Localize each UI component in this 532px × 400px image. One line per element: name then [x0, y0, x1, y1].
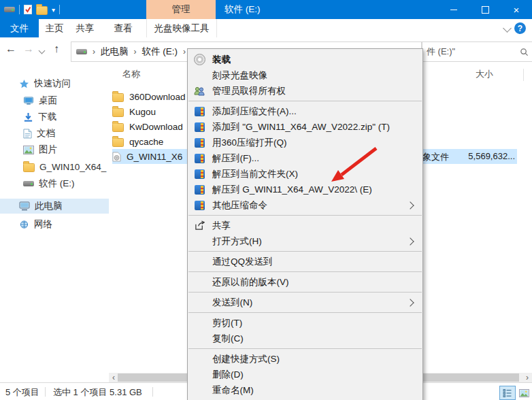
breadcrumb-separator-icon: ›	[129, 47, 142, 56]
window-controls: ×	[438, 0, 532, 19]
menu-item-take-ownership[interactable]: 管理员取得所有权	[188, 83, 422, 99]
menu-separator	[188, 292, 422, 293]
up-button[interactable]: ↑	[54, 43, 59, 55]
help-button[interactable]: ?	[514, 22, 526, 34]
network-icon	[19, 220, 29, 229]
menu-item-extract-to-named-folder[interactable]: 解压到 G_WIN11_X64_AW_V2022\ (E)	[188, 182, 422, 197]
folder-icon	[112, 93, 124, 102]
window-title: 软件 (E:)	[225, 0, 261, 19]
contextual-tab-manage[interactable]: 管理	[146, 0, 216, 19]
ribbon-tab-bar: 文件 主页 共享 查看 光盘映像工具 ?	[0, 19, 532, 38]
zip-archive-icon	[195, 107, 205, 116]
close-icon: ×	[514, 5, 520, 15]
submenu-arrow-icon	[406, 201, 414, 209]
menu-item-cut[interactable]: 剪切(T)	[188, 315, 422, 331]
close-button[interactable]: ×	[501, 0, 532, 19]
title-bar: ▾ 管理 软件 (E:) ×	[0, 0, 532, 19]
column-separator[interactable]	[523, 69, 524, 81]
properties-button[interactable]	[24, 5, 32, 14]
pictures-icon	[23, 146, 34, 154]
thumbnail-view-icon	[519, 389, 529, 397]
menu-item-add-to-named-zip[interactable]: 添加到 "G_WIN11_X64_AW_V2022.zip" (T)	[188, 119, 422, 135]
zip-archive-icon	[195, 169, 205, 179]
file-size-value: 5,569,632...	[435, 151, 515, 161]
disc-image-file-icon	[112, 152, 121, 162]
ribbon-collapse-icon[interactable]	[503, 24, 512, 33]
properties-icon	[24, 5, 32, 14]
toolbar-separator	[59, 5, 60, 14]
recent-locations-icon[interactable]	[39, 48, 46, 54]
zip-archive-icon	[195, 138, 205, 148]
breadcrumb-this-pc[interactable]: 此电脑	[101, 46, 129, 58]
thumbnail-view-button[interactable]	[516, 386, 532, 400]
computer-icon	[19, 201, 30, 211]
zip-archive-icon	[195, 122, 205, 132]
menu-item-mount[interactable]: 装载	[188, 52, 422, 67]
scroll-right-icon[interactable]: ›	[522, 373, 532, 382]
download-icon	[23, 112, 33, 122]
submenu-arrow-icon	[406, 299, 414, 306]
selection-summary: 选中 1 个项目 5.31 GB	[53, 386, 142, 399]
menu-item-send-via-qq[interactable]: 通过QQ发送到	[188, 254, 422, 269]
tab-view[interactable]: 查看	[110, 19, 136, 37]
details-view-button[interactable]	[499, 386, 516, 400]
column-header-size[interactable]: 大小	[476, 68, 493, 80]
search-input[interactable]: 件 (E:)"	[422, 41, 532, 62]
maximize-button[interactable]	[469, 0, 501, 19]
menu-separator	[188, 271, 422, 272]
menu-item-other-compress-commands[interactable]: 其他压缩命令	[188, 197, 422, 213]
menu-item-extract-here[interactable]: 解压到当前文件夹(X)	[188, 166, 422, 182]
folder-icon	[23, 163, 35, 172]
folder-icon	[36, 6, 48, 15]
menu-item-open-with[interactable]: 打开方式(H)	[188, 233, 422, 249]
menu-item-add-to-archive[interactable]: 添加到压缩文件(A)...	[188, 103, 422, 119]
qat-menu-button[interactable]: ▾	[52, 6, 55, 14]
menu-separator	[188, 348, 422, 349]
drive-icon	[23, 181, 34, 186]
menu-separator	[188, 312, 422, 313]
zip-archive-icon	[195, 154, 205, 163]
breadcrumb-drive-e[interactable]: 软件 (E:)	[142, 46, 178, 58]
zip-archive-icon	[195, 201, 205, 210]
new-folder-button[interactable]	[36, 4, 48, 15]
menu-item-burn-disc-image[interactable]: 刻录光盘映像	[188, 67, 422, 83]
menu-item-rename[interactable]: 重命名(M)	[188, 382, 422, 398]
explorer-window: ▾ 管理 软件 (E:) × 文件 主页 共享 查看 光盘映像工具 ? ← → …	[0, 0, 532, 400]
tab-home[interactable]: 主页	[41, 19, 67, 37]
search-text: 件 (E:)"	[427, 46, 455, 58]
minimize-icon	[450, 10, 457, 10]
minimize-button[interactable]	[438, 0, 469, 19]
menu-item-send-to[interactable]: 发送到(N)	[188, 295, 422, 310]
back-button[interactable]: ←	[5, 43, 16, 55]
breadcrumb-separator-icon: ›	[87, 47, 101, 56]
context-menu: 装载 刻录光盘映像 管理员取得所有权 添加到压缩文件(A)... 添加到 "G_…	[187, 48, 423, 400]
document-icon	[23, 129, 32, 139]
menu-item-share[interactable]: 共享	[188, 218, 422, 233]
menu-item-restore-previous-versions[interactable]: 还原以前的版本(V)	[188, 274, 422, 290]
menu-item-open-with-360zip[interactable]: 用360压缩打开(Q)	[188, 135, 422, 150]
disc-icon	[194, 54, 205, 65]
status-separator	[45, 387, 46, 397]
menu-item-create-shortcut[interactable]: 创建快捷方式(S)	[188, 351, 422, 367]
zip-archive-icon	[195, 185, 205, 195]
tab-file[interactable]: 文件	[0, 19, 39, 37]
folder-icon	[112, 138, 124, 147]
desktop-icon	[23, 97, 34, 105]
search-icon	[520, 48, 529, 56]
maximize-icon	[482, 6, 489, 14]
quick-access-toolbar: ▾	[0, 0, 60, 19]
forward-button[interactable]: →	[23, 43, 34, 55]
toolbar-separator	[19, 5, 20, 14]
drive-icon	[76, 49, 87, 54]
scroll-left-icon[interactable]: ‹	[109, 373, 118, 382]
tab-disc-image-tools[interactable]: 光盘映像工具	[146, 19, 217, 37]
menu-separator	[188, 215, 422, 216]
navigation-pane: 快速访问 桌面 下载 文档 图片 G_WIN10_X64_	[0, 65, 109, 373]
tab-share[interactable]: 共享	[72, 19, 98, 37]
menu-item-copy[interactable]: 复制(C)	[188, 331, 422, 346]
menu-item-delete[interactable]: 删除(D)	[188, 367, 422, 382]
menu-item-extract-to[interactable]: 解压到(F)...	[188, 150, 422, 166]
folder-icon	[112, 108, 124, 117]
status-separator	[152, 387, 153, 397]
column-header-name[interactable]: 名称	[122, 68, 140, 80]
